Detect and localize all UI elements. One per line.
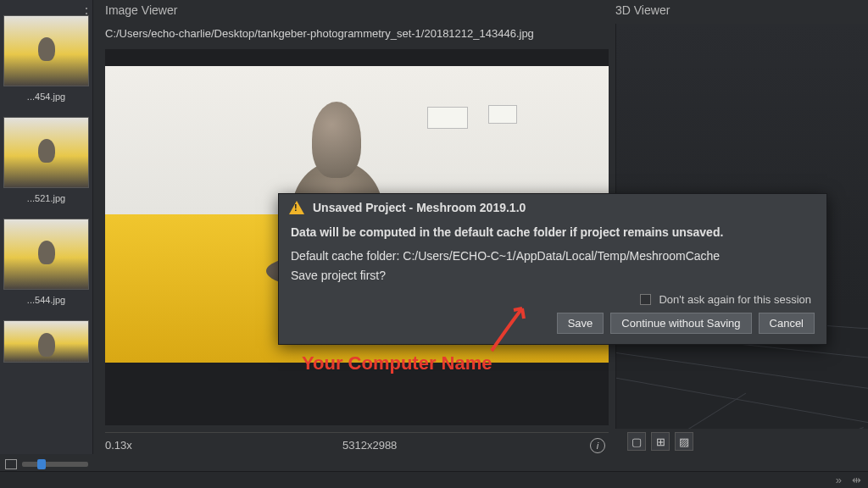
slider-thumb[interactable] xyxy=(37,459,46,469)
settings-icon[interactable]: ⇹ xyxy=(852,474,861,486)
dont-ask-label: Don't ask again for this session xyxy=(659,293,811,306)
thumbnail-label: ...521.jpg xyxy=(0,191,92,205)
thumbnail-item[interactable] xyxy=(3,219,89,290)
zoom-level: 0.13x xyxy=(105,439,342,452)
view-hatch-button[interactable]: ▨ xyxy=(675,432,693,451)
thumbnail-label: ...544.jpg xyxy=(0,293,92,307)
save-button[interactable]: Save xyxy=(557,313,604,334)
dialog-cache-path: Default cache folder: C:/Users/ECHO-C~1/… xyxy=(291,247,815,265)
view-grid-button[interactable]: ⊞ xyxy=(651,432,670,451)
thumbnail-image xyxy=(4,321,88,362)
thumbnail-label: ...454.jpg xyxy=(0,90,92,103)
image-resolution: 5312x2988 xyxy=(342,439,590,452)
annotation-label: Your Computer Name xyxy=(302,352,492,374)
threed-viewer-title: 3D Viewer xyxy=(615,3,670,17)
thumbnail-item[interactable] xyxy=(3,117,89,188)
dialog-titlebar: Unsaved Project - Meshroom 2019.1.0 xyxy=(279,194,826,221)
thumbnail-item[interactable] xyxy=(3,15,89,86)
size-icon xyxy=(5,459,17,469)
dialog-title: Unsaved Project - Meshroom 2019.1.0 xyxy=(313,201,526,214)
dialog-checkbox-row: Don't ask again for this session xyxy=(279,286,826,309)
dialog-question: Save project first? xyxy=(291,266,815,285)
image-viewer-title: Image Viewer xyxy=(105,3,177,17)
thumbnail-image xyxy=(4,16,88,86)
thumbnail-item[interactable] xyxy=(3,320,89,363)
info-icon[interactable]: i xyxy=(590,438,605,453)
warning-icon xyxy=(289,201,304,214)
cancel-button[interactable]: Cancel xyxy=(759,313,815,334)
dialog-headline: Data will be computed in the default cac… xyxy=(291,223,815,241)
thumbnail-panel: ⋮ ...454.jpg ...521.jpg ...544.jpg xyxy=(0,0,93,454)
thumbnail-size-slider[interactable] xyxy=(22,462,88,467)
dont-ask-checkbox[interactable] xyxy=(640,294,651,305)
image-path: C:/Users/echo-charlie/Desktop/tankgeber-… xyxy=(105,27,534,40)
view-cube-button[interactable]: ▢ xyxy=(627,432,646,451)
threed-toolbar: ▢ ⊞ ▨ xyxy=(627,432,693,451)
continue-without-saving-button[interactable]: Continue without Saving xyxy=(610,313,751,334)
thumbnail-image xyxy=(4,118,88,187)
thumbnail-image xyxy=(4,219,88,289)
chevrons-icon[interactable]: » xyxy=(836,474,842,486)
image-status-bar: 0.13x 5312x2988 i xyxy=(105,432,609,454)
bottom-bar: » ⇹ xyxy=(0,471,868,488)
unsaved-project-dialog: Unsaved Project - Meshroom 2019.1.0 Data… xyxy=(278,193,827,345)
